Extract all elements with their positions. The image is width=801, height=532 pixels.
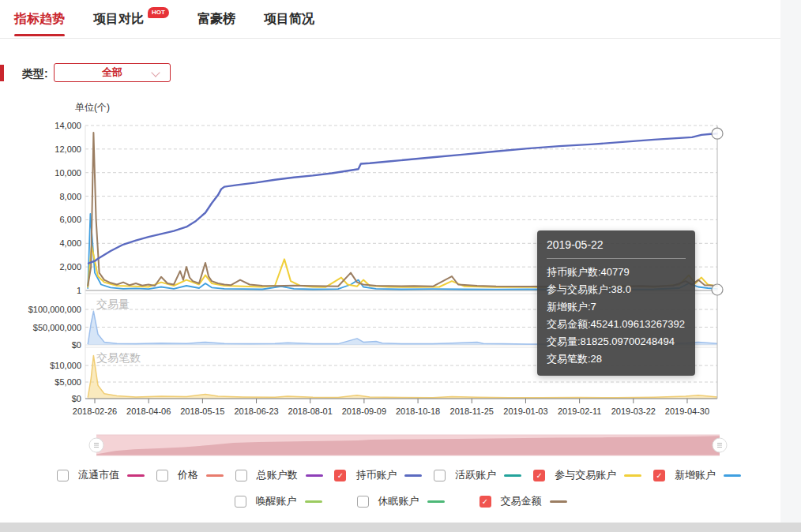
tooltip-row: 交易量:81825.09700248494 — [547, 333, 686, 350]
y-axis-tick-label: $10,000 — [50, 361, 81, 370]
legend-line-sample — [724, 474, 741, 477]
y-axis-tick-label: $5,000 — [55, 377, 81, 387]
legend-line-sample — [550, 500, 567, 503]
y-axis-unit-label: 单位(个) — [75, 102, 110, 113]
legend-label: 价格 — [178, 468, 198, 482]
legend-item-market-cap[interactable]: 流通市值 — [57, 467, 145, 483]
legend-item-trading-accounts[interactable]: ✓参与交易账户 — [533, 467, 641, 483]
x-axis-tick-label: 2018-06-23 — [234, 406, 278, 416]
legend-label: 流通市值 — [78, 468, 119, 482]
legend-item-new-accounts[interactable]: ✓新增账户 — [653, 467, 741, 483]
subchart-title: 交易量 — [96, 298, 130, 310]
legend-checkbox-trading-accounts[interactable]: ✓ — [533, 470, 545, 481]
legend-line-sample — [206, 474, 224, 477]
tab-label: 项目简况 — [264, 11, 314, 28]
legend-label: 休眠账户 — [378, 494, 419, 508]
legend-item-active-accounts[interactable]: 活跃账户 — [434, 467, 521, 483]
legend-label: 总账户数 — [257, 468, 298, 482]
tooltip-row: 参与交易账户:38.0 — [547, 281, 686, 298]
legend-checkbox-awakened-accounts[interactable] — [235, 496, 246, 508]
x-axis-tick-label: 2018-04-06 — [126, 406, 171, 416]
x-axis-tick-label: 2018-10-18 — [396, 406, 440, 416]
y-axis-tick-label: 8,000 — [59, 192, 81, 201]
legend-line-sample — [127, 474, 145, 477]
legend-row-1: 流通市值价格总账户数✓持币账户活跃账户✓参与交易账户✓新增账户 — [57, 467, 741, 483]
legend-line-sample — [306, 474, 323, 477]
legend-line-sample — [427, 500, 445, 503]
tab-project-overview[interactable]: 项目简况 — [264, 0, 314, 38]
legend-label: 持币账户 — [355, 468, 397, 482]
legend-label: 参与交易账户 — [555, 468, 616, 482]
legend-checkbox-market-cap[interactable] — [57, 470, 69, 481]
tab-project-compare[interactable]: 项目对比HOT — [93, 0, 169, 38]
crosshair-marker-top — [712, 128, 723, 139]
legend-line-sample — [624, 474, 641, 477]
x-axis-tick-label: 2019-03-22 — [611, 406, 656, 416]
legend-line-sample — [404, 474, 422, 477]
tooltip-row: 持币账户数:40779 — [547, 264, 686, 281]
legend-item-holding-accounts[interactable]: ✓持币账户 — [334, 467, 422, 483]
x-axis-tick-label: 2019-04-30 — [665, 406, 709, 416]
legend-item-awakened-accounts[interactable]: 唤醒账户 — [235, 493, 322, 509]
legend-item-dormant-accounts[interactable]: 休眠账户 — [357, 493, 445, 509]
legend-checkbox-dormant-accounts[interactable] — [357, 496, 369, 508]
legend-checkbox-transaction-amount[interactable]: ✓ — [479, 496, 491, 508]
tab-label: 指标趋势 — [14, 11, 65, 28]
legend-item-transaction-amount[interactable]: ✓交易金额 — [479, 493, 567, 509]
tab-metrics-trend[interactable]: 指标趋势 — [14, 0, 65, 38]
hot-badge: HOT — [148, 7, 169, 18]
y-axis-tick-label: 14,000 — [55, 121, 81, 130]
legend-label: 活跃账户 — [455, 468, 496, 482]
legend-checkbox-holding-accounts[interactable]: ✓ — [334, 470, 346, 481]
legend-line-sample — [305, 500, 322, 503]
tab-label: 项目对比 — [93, 11, 144, 28]
legend-checkbox-new-accounts[interactable]: ✓ — [653, 470, 665, 481]
tab-rich-list[interactable]: 富豪榜 — [197, 0, 235, 38]
legend-checkbox-total-accounts[interactable] — [235, 470, 247, 481]
nav-tabs: 指标趋势项目对比HOT富豪榜项目简况 — [0, 0, 801, 38]
x-axis-tick-label: 2018-11-25 — [450, 406, 494, 416]
tooltip-row: 交易笔数:28 — [547, 350, 686, 368]
legend-label: 唤醒账户 — [256, 494, 297, 508]
y-axis-tick-label: 1 — [77, 286, 81, 295]
top-nav: 指标趋势项目对比HOT富豪榜项目简况 — [0, 0, 801, 39]
legend-label: 新增账户 — [675, 468, 716, 482]
legend-item-total-accounts[interactable]: 总账户数 — [235, 467, 323, 483]
legend-label: 交易金额 — [501, 494, 542, 508]
y-axis-tick-label: 10,000 — [55, 168, 81, 178]
y-axis-tick-label: $0 — [72, 394, 81, 403]
y-axis-tick-label: 4,000 — [59, 238, 81, 248]
legend-item-price[interactable]: 价格 — [156, 467, 224, 483]
tooltip-row: 交易金额:45241.09613267392 — [547, 316, 686, 333]
y-axis-tick-label: 12,000 — [55, 144, 81, 154]
tab-label: 富豪榜 — [197, 11, 235, 28]
x-axis-tick-label: 2019-02-11 — [558, 406, 601, 416]
crosshair-marker-bottom — [712, 284, 723, 295]
legend-checkbox-price[interactable] — [156, 470, 168, 481]
y-axis-tick-label: $50,000,000 — [33, 323, 81, 332]
x-axis-tick-label: 2018-09-09 — [342, 406, 386, 416]
y-axis-tick-label: 6,000 — [59, 215, 81, 224]
x-axis-tick-label: 2018-05-15 — [180, 406, 224, 416]
y-axis-tick-label: $100,000,000 — [28, 305, 81, 314]
legend-checkbox-active-accounts[interactable] — [434, 470, 446, 481]
y-axis-tick-label: 2,000 — [59, 262, 81, 272]
chart-tooltip: 2019-05-22 持币账户数:40779 参与交易账户:38.0 新增账户:… — [537, 230, 695, 376]
x-axis-tick-label: 2018-08-01 — [288, 406, 333, 416]
x-axis-tick-label: 2018-02-26 — [73, 406, 117, 416]
page-bottom-bar — [0, 523, 801, 532]
tooltip-date: 2019-05-22 — [547, 238, 686, 259]
legend-line-sample — [504, 474, 521, 477]
tooltip-row: 新增账户:7 — [547, 298, 686, 316]
subchart-title: 交易笔数 — [96, 351, 141, 364]
legend-row-2: 唤醒账户休眠账户✓交易金额 — [0, 493, 801, 509]
page-right-gutter — [780, 0, 801, 532]
y-axis-tick-label: $0 — [72, 340, 81, 350]
x-axis-tick-label: 2019-01-03 — [503, 406, 547, 416]
